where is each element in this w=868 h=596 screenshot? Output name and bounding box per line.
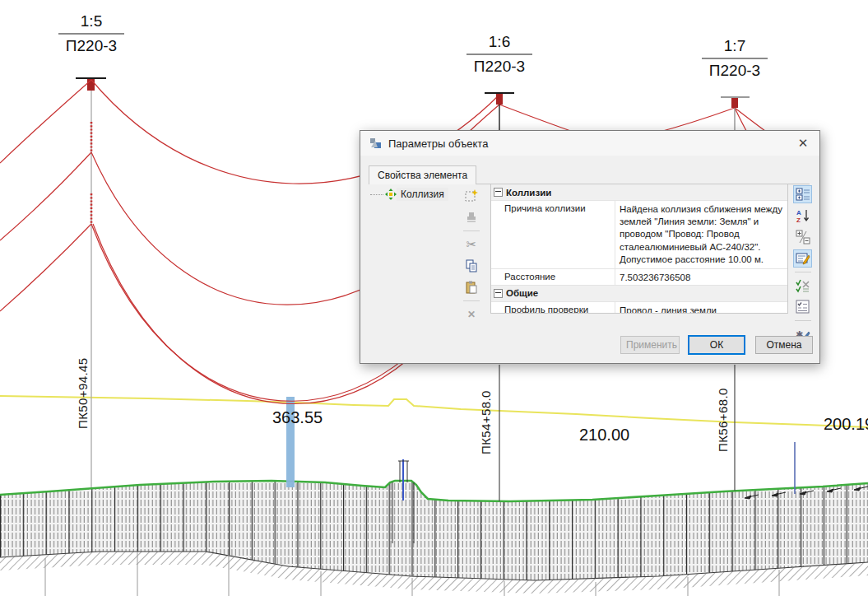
station-label-3: ПК56+68.0 xyxy=(716,388,730,452)
dialog-titlebar[interactable]: Параметры объекта ✕ xyxy=(360,131,819,156)
paste-icon[interactable] xyxy=(462,278,480,296)
grid-toolbar: A Z xyxy=(791,184,814,345)
property-label: Причина коллизии xyxy=(491,201,615,268)
apply-button[interactable]: Применить xyxy=(620,336,680,354)
station-label-2: ПК54+58.0 xyxy=(479,390,493,454)
tower-ratio: 1:5 xyxy=(53,12,129,30)
property-label: Профиль проверки xyxy=(491,302,615,314)
category-label: Коллизии xyxy=(506,188,551,198)
cancel-button[interactable]: Отмена xyxy=(755,336,813,354)
property-grid: Коллизии Причина коллизии Найдена коллиз… xyxy=(490,184,788,314)
stamp-icon[interactable] xyxy=(462,208,480,226)
edit-toolbar: ✂ ✕ xyxy=(461,185,482,325)
tower-ratio: 1:6 xyxy=(462,33,537,51)
categorized-view-icon[interactable] xyxy=(793,185,812,203)
toolbar-separator xyxy=(463,230,480,231)
tower-label-1: 1:5 П220-3 xyxy=(53,12,129,55)
tower-type: П220-3 xyxy=(53,37,129,55)
element-tree: Коллизия xyxy=(370,188,459,201)
property-row-reason: Причина коллизии Найдена коллизия сближе… xyxy=(491,200,787,268)
category-general[interactable]: Общие xyxy=(491,285,787,301)
cad-profile-view: { "drawing": { "towers": [ {"ratio": "1:… xyxy=(0,0,868,596)
object-parameters-dialog: Параметры объекта ✕ Свойства элемента Ко… xyxy=(360,130,820,364)
check-errors-icon[interactable] xyxy=(793,277,812,295)
ok-button[interactable]: ОК xyxy=(688,335,745,355)
svg-text:A: A xyxy=(796,209,801,217)
category-collisions[interactable]: Коллизии xyxy=(491,184,787,200)
tower-type: П220-3 xyxy=(697,62,773,80)
fraction-bar xyxy=(58,33,124,35)
property-value[interactable]: 7.503236736508 xyxy=(615,269,787,285)
checklist-icon[interactable] xyxy=(793,298,812,316)
tower-label-2: 1:6 П220-3 xyxy=(462,33,537,76)
property-value[interactable]: Провод - линия земли xyxy=(615,302,787,314)
span-length-2: 210.00 xyxy=(579,426,629,445)
property-row-distance: Расстояние 7.503236736508 xyxy=(491,268,787,285)
tower-ratio: 1:7 xyxy=(697,37,773,55)
span-length-3: 200.19 xyxy=(824,415,868,434)
collision-icon xyxy=(385,189,397,200)
expand-collapse-icon[interactable] xyxy=(793,228,812,246)
span-length-1: 363.55 xyxy=(272,408,323,427)
app-icon xyxy=(369,137,383,150)
tree-leader-line xyxy=(370,194,383,195)
delete-icon[interactable]: ✕ xyxy=(462,305,480,324)
close-icon[interactable]: ✕ xyxy=(791,134,815,152)
dialog-title: Параметры объекта xyxy=(388,137,488,150)
collapse-icon[interactable] xyxy=(494,188,503,197)
category-label: Общие xyxy=(506,288,538,298)
collapse-icon[interactable] xyxy=(494,289,503,298)
toolbar-separator xyxy=(463,300,480,301)
cut-icon[interactable]: ✂ xyxy=(462,235,480,254)
property-value[interactable]: Найдена коллизия сближения между землей … xyxy=(615,201,787,268)
tab-strip: Свойства элемента xyxy=(369,165,810,184)
property-label: Расстояние xyxy=(491,269,615,285)
fraction-bar xyxy=(702,58,768,59)
tree-item-label: Коллизия xyxy=(397,188,448,201)
tower-type: П220-3 xyxy=(462,58,537,76)
tower-label-3: 1:7 П220-3 xyxy=(697,37,773,80)
svg-text:Z: Z xyxy=(796,217,801,223)
fraction-bar xyxy=(466,54,532,55)
clearance-line xyxy=(0,396,868,427)
toolbar-separator xyxy=(795,320,811,321)
station-label-1: ПК50+94.45 xyxy=(76,358,90,430)
new-selection-icon[interactable] xyxy=(462,187,480,205)
copy-icon[interactable] xyxy=(462,257,480,275)
tab-element-properties[interactable]: Свойства элемента xyxy=(369,165,476,184)
toolbar-separator xyxy=(795,272,811,272)
sort-alphabetical-icon[interactable]: A Z xyxy=(793,207,812,225)
property-pages-icon[interactable] xyxy=(793,249,812,268)
terrain-band xyxy=(0,481,868,596)
property-row-profile: Профиль проверки Провод - линия земли xyxy=(491,301,787,314)
tree-item-collision[interactable]: Коллизия xyxy=(370,188,459,201)
